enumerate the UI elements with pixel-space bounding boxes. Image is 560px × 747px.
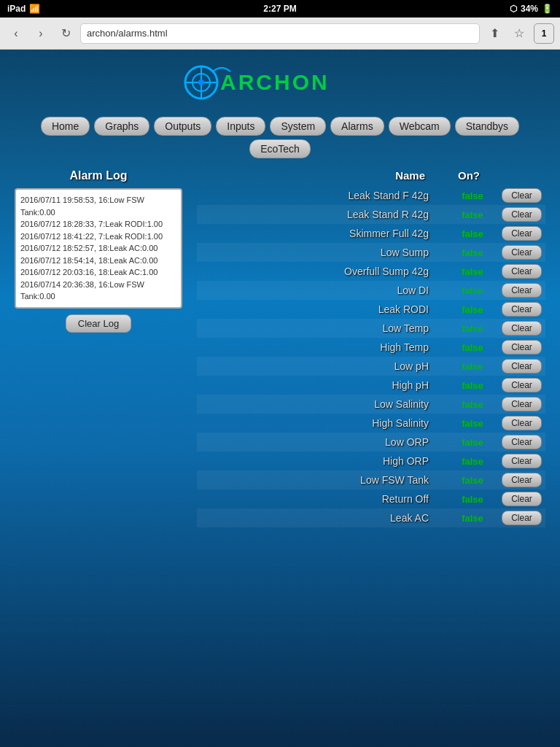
nav-webcam[interactable]: Webcam	[389, 117, 451, 136]
log-entry-1: 2016/07/12 18:28:33, 7:Leak RODI:1.00	[20, 218, 176, 231]
nav-system[interactable]: System	[270, 117, 326, 136]
alarm-log-box: 2016/07/11 19:58:53, 16:Low FSW Tank:0.0…	[15, 188, 182, 309]
alarm-status-3: false	[443, 247, 502, 258]
url-bar[interactable]	[80, 23, 480, 44]
nav-bar-row2: EcoTech	[0, 139, 560, 162]
clear-button-4[interactable]: Clear	[502, 264, 542, 279]
alarm-name-2: Skimmer Full 42g	[201, 228, 443, 239]
clear-button-13[interactable]: Clear	[502, 435, 542, 449]
alarm-status-2: false	[443, 228, 502, 239]
alarm-row-15: Low FSW TankfalseClear	[197, 471, 545, 489]
alarm-status-10: false	[443, 380, 502, 391]
alarm-row-16: Return OfffalseClear	[197, 489, 545, 508]
alarm-name-13: Low ORP	[201, 436, 443, 448]
nav-ecotech[interactable]: EcoTech	[249, 139, 311, 158]
log-entry-4: 2016/07/12 18:54:14, 18:Leak AC:0.00	[20, 255, 176, 267]
clear-button-12[interactable]: Clear	[502, 416, 542, 430]
status-right: ⬡ 34% 🔋	[510, 4, 553, 14]
alarm-name-11: Low Salinity	[201, 398, 443, 410]
battery-icon: 🔋	[542, 4, 553, 14]
back-button[interactable]: ‹	[6, 23, 26, 44]
clear-button-16[interactable]: Clear	[502, 492, 542, 506]
alarm-status-12: false	[443, 418, 502, 429]
alarm-status-0: false	[443, 190, 502, 201]
clear-button-0[interactable]: Clear	[502, 188, 542, 203]
clear-button-15[interactable]: Clear	[502, 473, 542, 487]
share-icon[interactable]: ⬆	[484, 23, 505, 44]
alarm-status-1: false	[443, 209, 502, 220]
log-entry-0: 2016/07/11 19:58:53, 16:Low FSW Tank:0.0…	[20, 194, 176, 218]
alarm-table: Name On? Leak Stand F 42gfalseClearLeak …	[197, 169, 545, 527]
clear-button-3[interactable]: Clear	[502, 245, 542, 260]
alarm-name-8: High Temp	[201, 341, 443, 353]
alarm-name-9: Low pH	[201, 360, 443, 372]
browser-bar: ‹ › ↻ ⬆ ☆ 1	[0, 18, 560, 50]
alarm-row-8: High TempfalseClear	[197, 338, 545, 357]
wifi-icon: 📶	[29, 4, 40, 14]
bookmark-icon[interactable]: ☆	[509, 23, 529, 44]
svg-point-4	[198, 80, 204, 85]
clear-log-button[interactable]: Clear Log	[66, 314, 131, 333]
alarm-name-15: Low FSW Tank	[201, 474, 443, 486]
alarm-name-1: Leak Stand R 42g	[201, 209, 443, 220]
alarm-row-10: High pHfalseClear	[197, 376, 545, 395]
clear-button-6[interactable]: Clear	[502, 302, 542, 317]
alarm-row-3: Low SumpfalseClear	[197, 243, 545, 262]
alarm-status-17: false	[443, 513, 502, 524]
header-on: On?	[440, 169, 498, 182]
alarm-name-0: Leak Stand F 42g	[201, 190, 443, 201]
alarm-row-7: Low TempfalseClear	[197, 319, 545, 338]
alarm-log-panel: Alarm Log 2016/07/11 19:58:53, 16:Low FS…	[15, 169, 182, 527]
main-content: Alarm Log 2016/07/11 19:58:53, 16:Low FS…	[0, 162, 560, 535]
alarm-row-12: High SalinityfalseClear	[197, 414, 545, 433]
alarm-name-6: Leak RODI	[201, 303, 443, 315]
clear-button-14[interactable]: Clear	[502, 454, 542, 468]
nav-inputs[interactable]: Inputs	[216, 117, 265, 136]
clear-button-11[interactable]: Clear	[502, 397, 542, 411]
alarm-row-17: Leak ACfalseClear	[197, 508, 545, 527]
status-bar: iPad 📶 2:27 PM ⬡ 34% 🔋	[0, 0, 560, 18]
log-entry-5: 2016/07/12 20:03:16, 18:Leak AC:1.00	[20, 266, 176, 279]
status-left: iPad 📶	[7, 4, 40, 14]
alarm-name-16: Return Off	[201, 493, 443, 505]
clear-button-1[interactable]: Clear	[502, 207, 542, 222]
nav-standbys[interactable]: Standbys	[455, 117, 519, 136]
alarm-status-4: false	[443, 266, 502, 277]
reload-button[interactable]: ↻	[55, 23, 76, 44]
nav-graphs[interactable]: Graphs	[94, 117, 149, 136]
alarm-status-8: false	[443, 342, 502, 353]
alarm-name-12: High Salinity	[201, 417, 443, 429]
alarm-row-1: Leak Stand R 42gfalseClear	[197, 205, 545, 224]
clear-button-7[interactable]: Clear	[502, 321, 542, 336]
nav-alarms[interactable]: Alarms	[330, 117, 384, 136]
alarm-rows-container: Leak Stand F 42gfalseClearLeak Stand R 4…	[197, 186, 545, 527]
alarm-row-11: Low SalinityfalseClear	[197, 395, 545, 414]
clear-button-10[interactable]: Clear	[502, 378, 542, 392]
alarm-row-6: Leak RODIfalseClear	[197, 300, 545, 319]
alarm-name-4: Overfull Sump 42g	[201, 266, 443, 277]
header-action	[498, 169, 542, 182]
alarm-table-header: Name On?	[197, 169, 545, 182]
alarm-name-14: High ORP	[201, 455, 443, 467]
header-name: Name	[201, 169, 440, 182]
nav-home[interactable]: Home	[41, 117, 90, 136]
battery-label: 34%	[521, 4, 538, 14]
alarm-name-5: Low DI	[201, 285, 443, 296]
nav-outputs[interactable]: Outputs	[154, 117, 211, 136]
alarm-status-11: false	[443, 399, 502, 410]
clear-button-9[interactable]: Clear	[502, 359, 542, 374]
tab-button[interactable]: 1	[534, 23, 554, 44]
forward-button[interactable]: ›	[31, 23, 51, 44]
clear-button-17[interactable]: Clear	[502, 511, 542, 525]
logo-area: ARCHON	[0, 50, 560, 113]
alarm-name-7: Low Temp	[201, 322, 443, 334]
alarm-row-5: Low DIfalseClear	[197, 281, 545, 300]
clear-button-2[interactable]: Clear	[502, 226, 542, 241]
log-entry-3: 2016/07/12 18:52:57, 18:Leak AC:0.00	[20, 242, 176, 255]
clear-button-5[interactable]: Clear	[502, 283, 542, 298]
alarm-row-0: Leak Stand F 42gfalseClear	[197, 186, 545, 205]
alarm-status-5: false	[443, 285, 502, 296]
clear-button-8[interactable]: Clear	[502, 340, 542, 355]
nav-bar: Home Graphs Outputs Inputs System Alarms…	[0, 113, 560, 139]
alarm-status-13: false	[443, 437, 502, 448]
